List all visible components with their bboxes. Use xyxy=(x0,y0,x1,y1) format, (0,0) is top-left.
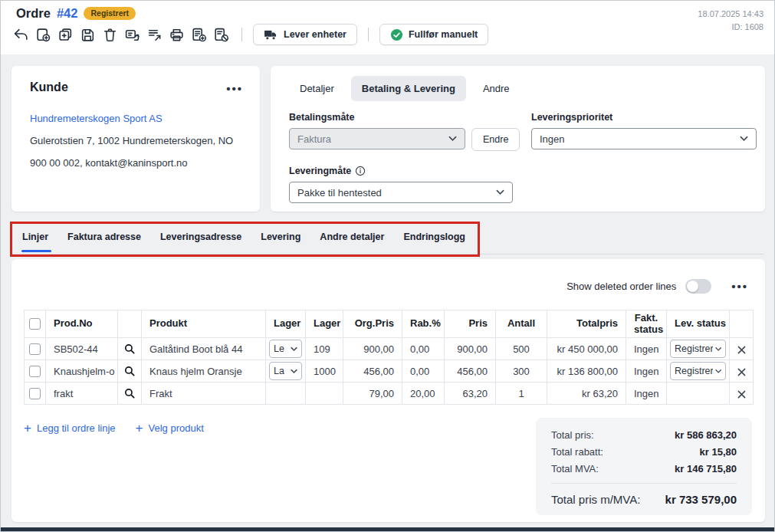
tab-detaljer[interactable]: Detaljer xyxy=(289,76,345,101)
product-search-button[interactable] xyxy=(123,365,136,377)
toggle-knob xyxy=(687,281,698,292)
cell-rab[interactable]: 20,00 xyxy=(402,383,445,405)
cell-org-pris[interactable]: 79,00 xyxy=(343,383,402,405)
save-button[interactable] xyxy=(78,25,97,44)
file-add-icon xyxy=(191,27,207,43)
card-refresh-icon xyxy=(124,27,140,43)
cell-org-pris[interactable]: 456,00 xyxy=(343,360,402,383)
delivery-priority-select[interactable]: Ingen xyxy=(531,128,757,149)
product-search-button[interactable] xyxy=(123,343,136,355)
deliver-units-button[interactable]: Lever enheter xyxy=(253,24,357,45)
cell-rab[interactable]: 0,00 xyxy=(402,360,445,383)
cancel-invoice-button[interactable] xyxy=(212,25,231,44)
status-badge: Registrert xyxy=(84,7,136,20)
total-discount-label: Total rabatt: xyxy=(551,446,603,458)
cell-prod-no[interactable]: Knaushjelm-o xyxy=(46,360,118,383)
row-checkbox[interactable] xyxy=(29,388,41,399)
tab-linjer[interactable]: Linjer xyxy=(22,232,48,252)
delivery-status-select[interactable]: Registrert xyxy=(670,362,726,380)
chevron-down-icon xyxy=(448,136,457,142)
col-prod-no: Prod.No xyxy=(46,310,118,338)
cell-lager-select-empty xyxy=(266,383,306,405)
col-lager-1: Lager xyxy=(266,310,306,338)
stock-select[interactable]: Le xyxy=(269,340,302,358)
select-product-link[interactable]: + Velg produkt xyxy=(136,422,204,435)
new-document-button[interactable] xyxy=(34,25,53,44)
add-invoice-button[interactable] xyxy=(189,25,209,44)
customer-name-link[interactable]: Hundremeterskogen Sport AS xyxy=(30,113,241,124)
cell-produkt[interactable]: Frakt xyxy=(142,383,266,405)
change-payment-button[interactable]: Endre xyxy=(471,128,520,151)
remove-line-button[interactable] xyxy=(737,368,746,376)
duplicate-button[interactable] xyxy=(56,25,75,44)
order-id: ID: 1608 xyxy=(698,21,764,34)
cell-produkt[interactable]: Galtåtind Boot blå 44 xyxy=(142,338,266,360)
col-fakt-status: Fakt. status xyxy=(626,310,667,338)
cell-prod-no[interactable]: frakt xyxy=(46,383,118,405)
show-deleted-toggle[interactable] xyxy=(685,279,711,294)
cell-antall[interactable]: 1 xyxy=(496,383,547,405)
tab-faktura-adresse[interactable]: Faktura adresse xyxy=(67,232,141,252)
add-order-line-label: Legg til ordre linje xyxy=(37,422,116,434)
total-discount-value: kr 15,80 xyxy=(700,446,737,458)
cell-prod-no[interactable]: SB502-44 xyxy=(46,338,118,360)
tab-levering[interactable]: Levering xyxy=(261,232,300,252)
details-tabs: Detaljer Betaling & Levering Andre xyxy=(289,76,747,101)
tab-andre[interactable]: Andre xyxy=(472,76,520,101)
cell-lager[interactable]: 1000 xyxy=(306,360,343,383)
cell-fakt-status: Ingen xyxy=(626,360,667,383)
table-row: SB502-44 Galtåtind Boot blå 44 Le 109 90… xyxy=(25,338,754,360)
truck-icon xyxy=(264,29,278,41)
table-row: Knaushjelm-o Knaus hjelm Oransje La 1000… xyxy=(25,360,754,383)
show-deleted-label: Show deleted order lines xyxy=(566,281,676,292)
customer-menu-button[interactable]: ••• xyxy=(226,83,243,94)
row-checkbox[interactable] xyxy=(29,343,41,355)
select-all-checkbox[interactable] xyxy=(29,318,41,330)
payment-method-select[interactable]: Faktura xyxy=(289,128,465,149)
totals-panel: Total pris: kr 586 863,20 Total rabatt: … xyxy=(536,418,752,515)
order-lines-table: Prod.No Produkt Lager Lager Org.Pris Rab… xyxy=(24,310,754,405)
tab-andre-detaljer[interactable]: Andre detaljer xyxy=(320,232,384,252)
delivery-method-select[interactable]: Pakke til hentested xyxy=(289,182,513,203)
cell-pris[interactable]: 900,00 xyxy=(445,338,496,360)
edit-list-button[interactable] xyxy=(145,25,164,44)
remove-line-button[interactable] xyxy=(737,390,746,399)
delivery-status-select[interactable]: Registrert xyxy=(670,340,726,358)
tab-endringslogg[interactable]: Endringslogg xyxy=(403,232,465,252)
lines-menu-button[interactable]: ••• xyxy=(731,281,748,292)
undo-button[interactable] xyxy=(11,25,31,44)
chevron-down-icon xyxy=(715,369,721,374)
remove-line-button[interactable] xyxy=(737,346,746,354)
page-title: Ordre #42 Registrert xyxy=(16,6,136,21)
product-search-button[interactable] xyxy=(123,387,136,399)
cell-lager[interactable]: 109 xyxy=(306,338,343,360)
convert-document-button[interactable] xyxy=(123,25,142,44)
cell-pris[interactable]: 456,00 xyxy=(445,360,496,383)
cell-antall[interactable]: 500 xyxy=(496,338,547,360)
deliver-units-label: Lever enheter xyxy=(284,29,346,40)
close-icon xyxy=(737,346,746,354)
cell-lager[interactable] xyxy=(306,383,343,405)
cell-antall[interactable]: 300 xyxy=(496,360,547,383)
delete-button[interactable] xyxy=(100,25,120,44)
cell-totalpris: kr 450 000,00 xyxy=(547,338,626,360)
stock-select[interactable]: La xyxy=(269,362,302,380)
tab-leveringsadresse[interactable]: Leveringsadresse xyxy=(160,232,241,252)
cell-rab[interactable]: 0,00 xyxy=(402,338,445,360)
col-rab: Rab.% xyxy=(402,310,445,338)
tab-betaling-levering[interactable]: Betaling & Levering xyxy=(351,76,466,101)
cell-produkt[interactable]: Knaus hjelm Oransje xyxy=(142,360,266,383)
toolbar-divider-2 xyxy=(368,28,369,41)
add-order-line-link[interactable]: + Legg til ordre linje xyxy=(24,422,116,435)
info-icon xyxy=(355,166,366,176)
plus-icon: + xyxy=(24,422,31,435)
totals-divider xyxy=(551,483,737,484)
cell-org-pris[interactable]: 900,00 xyxy=(343,338,402,360)
payment-method-label: Betalingsmåte xyxy=(289,112,520,123)
cell-pris[interactable]: 63,20 xyxy=(445,383,496,405)
print-button[interactable] xyxy=(167,25,186,44)
complete-manually-button[interactable]: Fullfør manuelt xyxy=(379,24,488,45)
row-checkbox[interactable] xyxy=(29,366,41,377)
payment-method-value: Faktura xyxy=(297,133,331,145)
undo-icon xyxy=(13,27,29,43)
